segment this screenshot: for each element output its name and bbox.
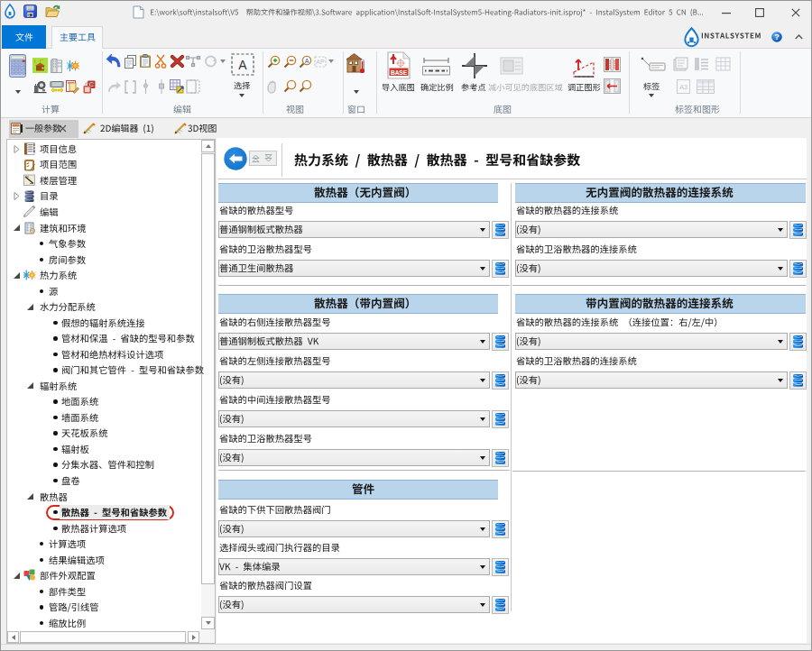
svg-text:A: A: [238, 58, 247, 72]
svg-text:BASE: BASE: [391, 69, 408, 76]
svg-text:A3: A3: [679, 84, 687, 90]
svg-text:?: ?: [774, 32, 780, 41]
svg-text:AP: AP: [316, 59, 325, 65]
svg-text:A: A: [305, 58, 309, 64]
